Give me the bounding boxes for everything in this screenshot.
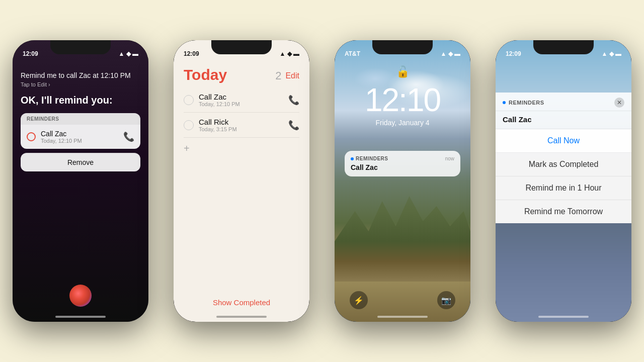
siri-reminder-card: REMINDERS Call Zac Today, 12:10 PM 📞 [21,113,140,149]
remind-hour-button[interactable]: Remind me in 1 Hour [496,176,631,200]
reminders-right: 2 Edit [275,69,299,82]
reminder-info-1: Call Zac Today, 12:10 PM [199,93,240,107]
phone2-wrapper: 12:09 ▲ ◆ ▬ Today 2 Edit [161,0,322,362]
reminder-title-2: Call Rick [199,118,237,126]
lock-date: Friday, January 4 [335,119,470,127]
siri-remove-button[interactable]: Remove [21,153,140,171]
phone1: 12:09 ▲ ◆ ▬ Remind me to call Zac at 12:… [13,40,148,322]
phone3-carrier: AT&T [345,50,360,57]
siri-reminder-text: Remind me to call Zac at 12:10 PM [21,71,140,79]
reminders-bottom: Show Completed [174,298,309,307]
reminders-count: 2 [275,69,281,82]
show-completed-button[interactable]: Show Completed [174,298,309,307]
reminder-item-2: Call Rick Today, 3:15 PM 📞 [184,113,299,138]
camera-button[interactable]: 📷 [437,291,455,309]
notification-dot [351,157,354,160]
siri-card-item: Call Zac Today, 12:10 PM 📞 [21,125,140,149]
phone2-screen: 12:09 ▲ ◆ ▬ Today 2 Edit [174,40,309,322]
notification-expanded-app: REMINDERS [509,100,544,106]
reminder-phone-icon-1[interactable]: 📞 [288,95,299,106]
notification-time: now [445,156,454,161]
siri-ok-text: OK, I'll remind you: [21,95,140,106]
notification-expanded-title: Call Zac [496,111,631,129]
lock-time: 12:10 [335,81,470,119]
phone2-notch [211,40,272,54]
phone4-status-icons: ▲ ◆ ▬ [601,50,621,57]
reminder-circle-2[interactable] [184,120,194,130]
phone3: AT&T ▲ ◆ ▬ 🔓 12:10 Friday, January 4 REM… [335,40,470,322]
siri-item-title: Call Zac [41,130,82,138]
phone3-content: 🔓 12:10 Friday, January 4 [335,65,470,127]
notification-close-button[interactable]: ✕ [614,98,624,108]
notification-expanded-left: REMINDERS [503,100,544,106]
phone3-wrapper: AT&T ▲ ◆ ▬ 🔓 12:10 Friday, January 4 REM… [322,0,483,362]
siri-phone-icon: 📞 [123,131,134,142]
reminders-title: Today [184,66,227,83]
notification-header: REMINDERS now [351,156,454,161]
phone4-wrapper: 12:09 ▲ ◆ ▬ REMINDERS ✕ Call Zac Call No… [483,0,644,362]
phone1-time: 12:09 [23,50,38,57]
phone1-wrapper: 12:09 ▲ ◆ ▬ Remind me to call Zac at 12:… [0,0,161,362]
notification-expanded-card: REMINDERS ✕ Call Zac Call Now Mark as Co… [496,93,631,223]
reminder-sub-2: Today, 3:15 PM [199,126,237,132]
siri-ball [69,285,92,307]
reminder-left-2: Call Rick Today, 3:15 PM [184,118,237,132]
call-now-button[interactable]: Call Now [496,129,631,153]
reminder-title-1: Call Zac [199,93,240,101]
notification-expanded-header: REMINDERS ✕ [496,93,631,111]
siri-logo [69,285,92,307]
phone3-screen: AT&T ▲ ◆ ▬ 🔓 12:10 Friday, January 4 REM… [335,40,470,322]
siri-tap-edit: Tap to Edit › [21,81,140,87]
phone3-home-indicator[interactable] [377,316,428,318]
notification-card[interactable]: REMINDERS now Call Zac [345,151,460,176]
siri-item-info: Call Zac Today, 12:10 PM [41,130,82,144]
phone2-time: 12:09 [184,50,199,57]
notification-app: REMINDERS [351,156,388,161]
phone3-bottom: ⚡ 📷 [335,291,470,309]
phone3-notch [372,40,433,54]
lock-icon: 🔓 [335,65,470,78]
reminders-edit-button[interactable]: Edit [285,71,299,80]
phone4-home-indicator[interactable] [538,316,589,318]
notification-expanded-dot [503,101,506,104]
reminder-sub-1: Today, 12:10 PM [199,101,240,107]
mark-completed-button[interactable]: Mark as Completed [496,153,631,176]
siri-card-left: Call Zac Today, 12:10 PM [27,130,82,144]
notification-title: Call Zac [351,163,454,171]
siri-circle [27,132,36,141]
phone2-home-indicator[interactable] [216,316,267,318]
phone1-screen: 12:09 ▲ ◆ ▬ Remind me to call Zac at 12:… [13,40,148,322]
reminder-add-button[interactable]: + [184,138,299,159]
phone1-status-icons: ▲ ◆ ▬ [118,50,138,57]
reminders-list: Call Zac Today, 12:10 PM 📞 Call Rick Tod… [174,87,309,159]
phone2: 12:09 ▲ ◆ ▬ Today 2 Edit [174,40,309,322]
flashlight-button[interactable]: ⚡ [350,291,368,309]
phone4-notch [533,40,594,54]
flashlight-icon: ⚡ [354,296,364,305]
phone1-home-indicator[interactable] [55,316,106,318]
phone4-time: 12:09 [506,50,521,57]
phone4: 12:09 ▲ ◆ ▬ REMINDERS ✕ Call Zac Call No… [496,40,631,322]
reminder-item-1: Call Zac Today, 12:10 PM 📞 [184,87,299,113]
phone2-content: Today 2 Edit Call Zac Today, 12:10 PM [174,62,309,322]
remind-tomorrow-button[interactable]: Remind me Tomorrow [496,200,631,223]
reminder-phone-icon-2[interactable]: 📞 [288,120,299,131]
reminder-left-1: Call Zac Today, 12:10 PM [184,93,240,107]
phone4-screen: 12:09 ▲ ◆ ▬ REMINDERS ✕ Call Zac Call No… [496,40,631,322]
phone1-notch [50,40,111,54]
phone1-content: Remind me to call Zac at 12:10 PM Tap to… [13,62,148,322]
phone4-content: REMINDERS ✕ Call Zac Call Now Mark as Co… [496,62,631,322]
reminders-header: Today 2 Edit [174,62,309,87]
phone2-status-icons: ▲ ◆ ▬ [279,50,299,57]
phone3-status-icons: ▲ ◆ ▬ [440,50,460,57]
camera-icon: 📷 [441,296,451,305]
reminder-info-2: Call Rick Today, 3:15 PM [199,118,237,132]
siri-item-sub: Today, 12:10 PM [41,138,82,144]
siri-card-header: REMINDERS [21,113,140,125]
reminder-circle-1[interactable] [184,95,194,105]
